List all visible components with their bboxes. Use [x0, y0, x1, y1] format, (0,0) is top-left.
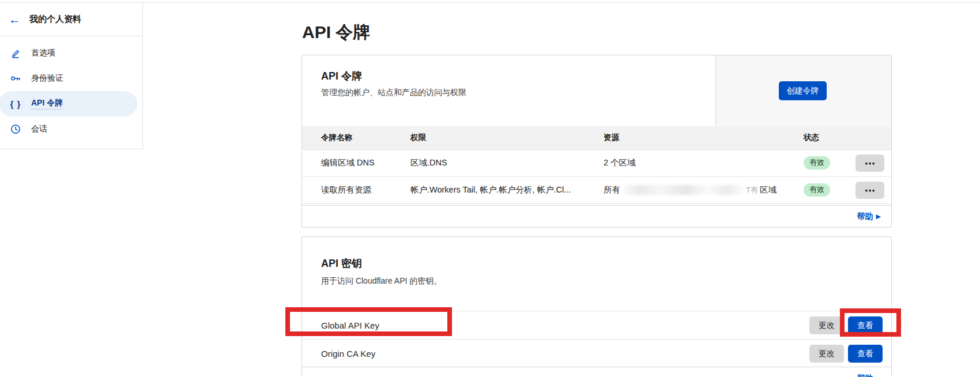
status-badge: 有效: [804, 183, 830, 197]
redacted-blur: [622, 185, 744, 195]
tokens-table-header: 令牌名称 权限 资源 状态: [302, 126, 891, 150]
status-badge-cell: 有效: [804, 149, 855, 176]
braces-icon: { }: [10, 98, 21, 110]
clock-icon: [10, 123, 21, 135]
status-badge: 有效: [804, 156, 830, 169]
sidebar-item-label: 会话: [31, 124, 47, 134]
keys-card-footer: 帮助▶: [857, 374, 881, 377]
api-keys-heading: API 密钥: [321, 257, 362, 270]
token-resources: 2 个区域: [604, 149, 804, 176]
profile-sidebar: ← 我的个人资料 首选项 身份验证 { } API 令牌 会话: [0, 3, 143, 149]
sidebar-item-preferences[interactable]: 首选项: [0, 40, 142, 66]
token-name: 编辑区域 DNS: [321, 149, 410, 176]
sidebar-header: ← 我的个人资料: [0, 3, 142, 36]
sidebar-item-authentication[interactable]: 身份验证: [0, 66, 142, 91]
sidebar-item-sessions[interactable]: 会话: [0, 116, 142, 142]
help-link[interactable]: 帮助▶: [857, 212, 881, 222]
chevron-right-icon: ▶: [876, 375, 881, 377]
sidebar-item-label: API 令牌: [31, 98, 63, 110]
change-key-button[interactable]: 更改: [809, 316, 844, 334]
ellipsis-icon: ●●●: [865, 160, 875, 166]
keys-footer-divider: [302, 367, 891, 367]
chevron-right-icon: ▶: [876, 213, 881, 220]
key-name: Global API Key: [321, 311, 379, 340]
api-keys-card: API 密钥 用于访问 Cloudflare API 的密钥。 Global A…: [301, 236, 892, 377]
key-name: Origin CA Key: [321, 340, 375, 367]
page-title: API 令牌: [302, 21, 370, 44]
api-tokens-card: API 令牌 管理您的帐户、站点和产品的访问与权限 创建令牌 令牌名称 权限 资…: [301, 55, 892, 228]
status-badge-cell: 有效: [804, 176, 855, 203]
api-keys-description: 用于访问 Cloudflare API 的密钥。: [321, 276, 442, 286]
change-key-button[interactable]: 更改: [809, 345, 844, 363]
table-row: 编辑区域 DNS 区域.DNS 2 个区域 有效 ●●●: [302, 149, 891, 177]
column-header-status: 状态: [804, 126, 855, 149]
api-tokens-heading: API 令牌: [321, 69, 362, 83]
sidebar-item-api-tokens[interactable]: { } API 令牌: [0, 91, 137, 116]
tokens-card-footer: 帮助▶: [302, 205, 891, 227]
key-row-origin-ca-key: Origin CA Key 更改 查看: [302, 339, 891, 367]
row-menu-button[interactable]: ●●●: [855, 182, 884, 199]
token-permissions: 帐户.Workers Tail, 帐户.帐户分析, 帐户.Cl...: [410, 176, 604, 203]
token-permissions: 区域.DNS: [410, 149, 604, 176]
row-menu-button[interactable]: ●●●: [855, 154, 884, 172]
sidebar-nav: 首选项 身份验证 { } API 令牌 会话: [0, 36, 142, 142]
sidebar-item-label: 身份验证: [31, 73, 63, 84]
key-row-global-api-key: Global API Key 更改 查看: [302, 311, 891, 340]
token-resources: 所有T有区域: [604, 176, 804, 203]
pencil-icon: [10, 47, 21, 59]
key-icon: [10, 73, 21, 84]
page-top-divider: [0, 2, 980, 3]
back-arrow-icon[interactable]: ←: [9, 13, 21, 25]
api-tokens-description: 管理您的帐户、站点和产品的访问与权限: [321, 88, 466, 98]
help-link[interactable]: 帮助▶: [857, 374, 881, 377]
token-name: 读取所有资源: [321, 176, 410, 203]
sidebar-item-label: 首选项: [31, 48, 55, 58]
create-token-button[interactable]: 创建令牌: [779, 81, 827, 100]
column-header-resources: 资源: [604, 126, 804, 149]
view-key-button[interactable]: 查看: [848, 345, 883, 363]
ellipsis-icon: ●●●: [865, 187, 875, 193]
table-row: 读取所有资源 帐户.Workers Tail, 帐户.帐户分析, 帐户.Cl..…: [302, 176, 891, 204]
column-header-token-name: 令牌名称: [321, 126, 410, 149]
sidebar-title: 我的个人资料: [29, 14, 81, 25]
column-header-permissions: 权限: [410, 126, 604, 149]
view-key-button[interactable]: 查看: [848, 316, 883, 334]
